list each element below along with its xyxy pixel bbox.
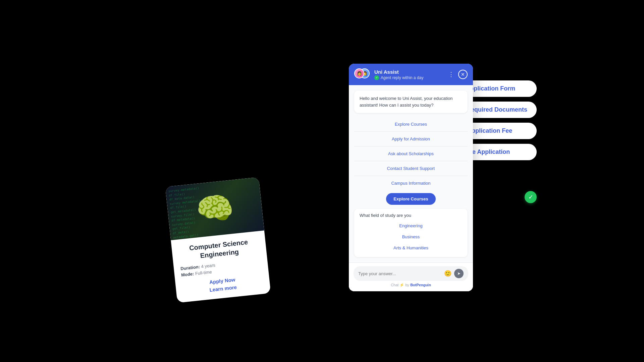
course-card-image: survey.metadata() df.file() df_meta.data… [165, 177, 264, 240]
menu-item-support[interactable]: Contact Student Support [354, 163, 468, 174]
status-text: Agent reply within a day [381, 75, 423, 80]
brain-icon: 🧠 [194, 189, 235, 228]
menu-item-campus[interactable]: Campus Information [354, 177, 468, 189]
close-button[interactable]: ✕ [458, 70, 468, 79]
field-prompt-text: What field of study are you [360, 213, 411, 218]
course-actions: Apply Now Learn more [182, 274, 264, 296]
course-card-body: Computer Science Engineering Duration: 4… [171, 230, 271, 303]
powered-by: Chat ⚡ by BotPenguin [354, 281, 468, 288]
sub-item-engineering[interactable]: Engineering [360, 221, 462, 231]
menu-item-explore[interactable]: Explore Courses [354, 118, 468, 130]
chat-header: 👩 👩 Uni Assist ✓ Agent reply within a da… [349, 64, 473, 85]
avatar-group: 👩 👩 [354, 68, 371, 80]
status-online-icon: ✓ [374, 75, 379, 80]
divider-3 [354, 161, 468, 161]
course-card: survey.metadata() df.file() df_meta.data… [165, 177, 271, 303]
check-circle-icon: ✓ [525, 191, 537, 203]
avatar-1: 👩 [354, 68, 364, 78]
course-title: Computer Science Engineering [178, 236, 260, 262]
chat-widget: 👩 👩 Uni Assist ✓ Agent reply within a da… [349, 64, 473, 291]
menu-list: Explore Courses Apply for Admission Ask … [354, 118, 468, 189]
send-button[interactable]: ➤ [454, 269, 464, 278]
chat-header-actions: ⋮ ✕ [447, 69, 468, 79]
welcome-message: Hello and welcome to Uni Assist, your ed… [354, 90, 468, 113]
brand-name: BotPenguin [410, 283, 431, 287]
divider-4 [354, 176, 468, 176]
menu-item-scholarships[interactable]: Ask about Scholarships [354, 148, 468, 160]
chat-footer: 🙂 ➤ Chat ⚡ by BotPenguin [349, 262, 473, 291]
more-options-button[interactable]: ⋮ [447, 69, 455, 79]
divider-2 [354, 146, 468, 146]
sub-menu: Engineering Business Arts & Humanities [360, 221, 462, 253]
chat-body: Hello and welcome to Uni Assist, your ed… [349, 85, 473, 262]
chat-header-info: Uni Assist ✓ Agent reply within a day [374, 69, 443, 80]
learn-more-link[interactable]: Learn more [209, 284, 237, 293]
sub-item-arts[interactable]: Arts & Humanities [360, 243, 462, 253]
chat-input[interactable] [358, 271, 441, 276]
sub-item-business[interactable]: Business [360, 232, 462, 242]
explore-courses-button[interactable]: Explore Courses [386, 193, 435, 205]
chat-header-name: Uni Assist [374, 69, 443, 75]
menu-item-admission[interactable]: Apply for Admission [354, 133, 468, 145]
apply-now-link[interactable]: Apply Now [209, 277, 235, 285]
chat-header-status: ✓ Agent reply within a day [374, 75, 443, 80]
field-prompt: What field of study are you Engineering … [354, 209, 468, 257]
divider-1 [354, 131, 468, 132]
emoji-button[interactable]: 🙂 [444, 270, 451, 277]
chat-input-row: 🙂 ➤ [354, 266, 468, 281]
